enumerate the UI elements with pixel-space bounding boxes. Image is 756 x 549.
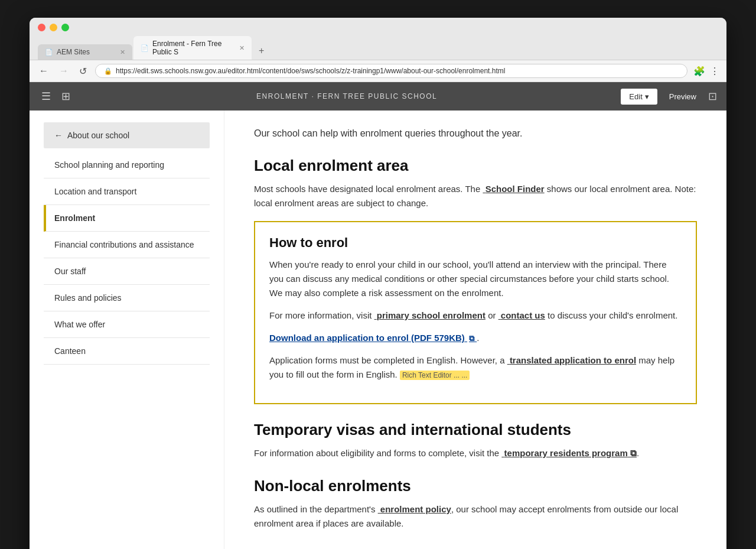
menu-icon[interactable]: ⋮ xyxy=(710,66,719,77)
temp-visas-body: For information about eligibility and fo… xyxy=(254,446,697,460)
sidebar-item-label: Canteen xyxy=(54,346,86,356)
lock-icon: 🔒 xyxy=(104,67,112,75)
new-tab-button[interactable]: + xyxy=(253,42,347,60)
local-enrolment-text: Most schools have designated local enrol… xyxy=(254,184,480,194)
sidebar-item-rules[interactable]: Rules and policies xyxy=(44,285,210,311)
tab-1-label: AEM Sites xyxy=(57,48,90,56)
traffic-light-green[interactable] xyxy=(61,24,69,31)
how-to-enrol-para2: For more information, visit primary scho… xyxy=(269,308,682,323)
sidebar-item-label: Location and transport xyxy=(54,187,136,196)
application-form-para: Application forms must be completed in E… xyxy=(269,353,682,382)
temp-visas-heading: Temporary visas and international studen… xyxy=(254,421,697,439)
contact-us-link[interactable]: contact us xyxy=(498,310,545,320)
enrolment-policy-link[interactable]: enrolment policy xyxy=(378,504,451,514)
tab-1-icon: 📄 xyxy=(45,48,53,56)
extensions-icon[interactable]: 🧩 xyxy=(693,66,705,77)
sidebar-back-button[interactable]: ← About our school xyxy=(44,122,210,148)
sidebar-item-financial[interactable]: Financial contributions and assistance xyxy=(44,232,210,258)
local-enrolment-body: Most schools have designated local enrol… xyxy=(254,182,697,210)
preview-button[interactable]: Preview xyxy=(663,89,702,105)
download-link[interactable]: Download an application to enrol (PDF 57… xyxy=(269,333,477,343)
edit-chevron-icon: ▾ xyxy=(645,92,649,101)
tab-1-close[interactable]: ✕ xyxy=(120,48,125,56)
back-button[interactable]: ← xyxy=(37,64,51,77)
sidebar-item-label: Financial contributions and assistance xyxy=(54,240,194,249)
download-para: Download an application to enrol (PDF 57… xyxy=(269,331,682,345)
sidebar-item-school-planning[interactable]: School planning and reporting xyxy=(44,152,210,178)
sidebar-item-location[interactable]: Location and transport xyxy=(44,178,210,205)
temp-residents-link[interactable]: temporary residents program ⧉ xyxy=(501,448,637,458)
share-icon[interactable]: ⊡ xyxy=(708,90,717,103)
how-to-enrol-heading: How to enrol xyxy=(269,235,682,251)
para2-text: For more information, visit xyxy=(269,310,372,320)
how-to-enrol-box: How to enrol When you're ready to enrol … xyxy=(254,221,697,404)
sidebar-item-staff[interactable]: Our staff xyxy=(44,258,210,285)
primary-school-enrolment-link[interactable]: primary school enrolment xyxy=(374,310,485,320)
traffic-light-yellow[interactable] xyxy=(50,24,57,31)
temp-visas-text: For information about eligibility and fo… xyxy=(254,448,499,458)
main-content: Our school can help with enrolment queri… xyxy=(224,111,726,549)
browser-tab-1[interactable]: 📄 AEM Sites ✕ xyxy=(38,44,132,60)
tab-2-label: Enrolment - Fern Tree Public S xyxy=(152,40,236,56)
sidebar-item-label: Rules and policies xyxy=(54,293,122,303)
back-arrow-icon: ← xyxy=(54,131,63,140)
how-to-enrol-para1: When you're ready to enrol your child in… xyxy=(269,258,682,300)
sidebar-back-label: About our school xyxy=(67,131,129,140)
cms-grid-icon[interactable]: ⊞ xyxy=(59,87,73,105)
non-local-body: As outlined in the department's enrolmen… xyxy=(254,502,697,531)
tab-2-icon: 📄 xyxy=(141,44,149,52)
sidebar-item-label: What we offer xyxy=(54,320,105,329)
sidebar-item-canteen[interactable]: Canteen xyxy=(44,338,210,365)
non-local-heading: Non-local enrolments xyxy=(254,477,697,495)
edit-button[interactable]: Edit ▾ xyxy=(621,89,657,105)
external-link-icon-2: ⧉ xyxy=(630,448,637,458)
refresh-button[interactable]: ↺ xyxy=(77,64,89,78)
app-before-text: Application forms must be completed in E… xyxy=(269,355,505,365)
intro-paragraph: Our school can help with enrolment queri… xyxy=(254,128,697,139)
para2-or: or xyxy=(488,310,496,320)
local-enrolment-heading: Local enrolment area xyxy=(254,157,697,175)
sidebar-item-label: Our staff xyxy=(54,267,86,276)
external-link-icon: ⧉ xyxy=(469,334,474,343)
para2-text-after: to discuss your child's enrolment. xyxy=(548,310,677,320)
address-bar[interactable]: 🔒 https://edit.sws.schools.nsw.gov.au/ed… xyxy=(95,64,687,78)
translated-application-link[interactable]: translated application to enrol xyxy=(507,355,636,365)
cms-page-title: ENROLMENT · FERN TREE PUBLIC SCHOOL xyxy=(73,92,621,100)
sidebar-item-label: Enrolment xyxy=(54,213,95,223)
url-text: https://edit.sws.schools.nsw.gov.au/edit… xyxy=(116,67,505,75)
cms-sidebar-toggle[interactable]: ☰ xyxy=(39,87,53,105)
sidebar-item-label: School planning and reporting xyxy=(54,160,164,170)
sidebar-item-enrolment[interactable]: Enrolment xyxy=(44,205,210,232)
school-finder-link[interactable]: School Finder xyxy=(483,184,544,194)
browser-tab-2[interactable]: 📄 Enrolment - Fern Tree Public S ✕ xyxy=(133,36,252,60)
non-local-text-before: As outlined in the department's xyxy=(254,504,376,514)
sidebar: ← About our school School planning and r… xyxy=(30,111,224,549)
tab-2-close[interactable]: ✕ xyxy=(239,44,245,52)
rich-text-editor-badge: Rich Text Editor ... ... xyxy=(400,371,470,380)
sidebar-item-what-we-offer[interactable]: What we offer xyxy=(44,311,210,338)
traffic-light-red[interactable] xyxy=(38,24,45,31)
forward-button[interactable]: → xyxy=(57,64,71,77)
edit-label: Edit xyxy=(629,92,642,101)
